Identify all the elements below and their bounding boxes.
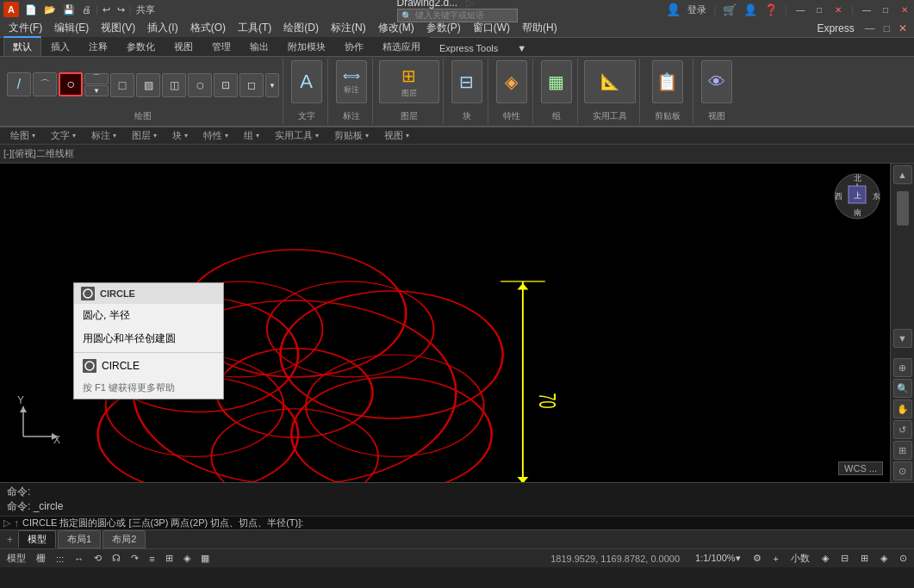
menu-insert[interactable]: 插入(I): [142, 19, 183, 37]
close-ribbon-btn[interactable]: ✕: [895, 22, 911, 35]
units-btn[interactable]: 小数: [787, 551, 813, 566]
tab-parametric[interactable]: 参数化: [117, 37, 165, 56]
showmotion-btn[interactable]: ⊞: [893, 441, 912, 460]
layer-btn[interactable]: ⊞ 图层: [379, 60, 439, 103]
status-icon2[interactable]: ⊞: [857, 552, 872, 565]
sub-label-dim[interactable]: 标注 ▾: [84, 127, 123, 144]
tab-express[interactable]: Express Tools: [430, 40, 507, 56]
tab-output[interactable]: 输出: [240, 37, 278, 56]
open-icon[interactable]: 📂: [41, 3, 59, 16]
scroll-up-btn[interactable]: ▲: [893, 165, 912, 184]
transparency-btn[interactable]: ⊞: [162, 552, 177, 565]
lineweight-btn[interactable]: ≡: [146, 553, 158, 565]
polyline-btn[interactable]: ⌒: [33, 72, 57, 96]
settings-btn[interactable]: ⚙: [749, 552, 765, 565]
popup-center-radius-desc[interactable]: 用圆心和半径创建圆: [74, 327, 223, 350]
orbit-btn[interactable]: ↺: [893, 420, 912, 439]
sub-label-group[interactable]: 组 ▾: [237, 127, 266, 144]
menu-view[interactable]: 视图(V): [96, 19, 140, 37]
zoom-level-btn[interactable]: 1:1/100%▾: [692, 552, 743, 565]
close-app-btn[interactable]: ✕: [898, 3, 911, 15]
circle-btn[interactable]: ○: [59, 72, 83, 96]
workspace-btn[interactable]: ⊟: [837, 552, 852, 565]
more-draw-btn[interactable]: ▼: [84, 85, 109, 96]
dim-btn[interactable]: ⟺ 标注: [336, 60, 367, 103]
utilities-btn[interactable]: 📐: [584, 60, 636, 103]
scrollbar-thumb[interactable]: [897, 191, 909, 226]
user-icon[interactable]: 👤: [666, 3, 681, 16]
rect-btn[interactable]: □: [110, 73, 134, 97]
gradient-btn[interactable]: ◫: [162, 73, 186, 97]
close-btn[interactable]: ✕: [832, 3, 844, 15]
model-status-btn[interactable]: 模型: [3, 551, 29, 566]
ortho-btn[interactable]: ↔: [71, 553, 87, 565]
share-label[interactable]: 共享: [134, 3, 158, 17]
status-icon4[interactable]: ⊙: [896, 552, 911, 565]
max-ribbon-btn[interactable]: □: [880, 22, 893, 35]
add-btn[interactable]: +: [770, 553, 782, 565]
sub-label-props[interactable]: 特性 ▾: [196, 127, 235, 144]
print-icon[interactable]: 🖨: [79, 3, 94, 15]
tab-more[interactable]: ▼: [507, 40, 536, 56]
steeringwheel-btn[interactable]: ⊙: [893, 461, 912, 480]
sub-label-text[interactable]: 文字 ▾: [44, 127, 83, 144]
canvas-area[interactable]: 70 Y X: [0, 164, 890, 482]
sub-label-view[interactable]: 视图 ▾: [377, 127, 416, 144]
new-layout-btn[interactable]: +: [3, 532, 16, 548]
tab-model[interactable]: 模型: [18, 530, 56, 548]
sub-label-block[interactable]: 块 ▾: [165, 127, 195, 144]
zoom-window-btn[interactable]: 🔍: [893, 379, 912, 398]
menu-edit[interactable]: 编辑(E): [49, 19, 94, 37]
help-icon[interactable]: ❓: [764, 3, 778, 16]
boundary-btn[interactable]: ⬡: [188, 73, 212, 97]
minimize-btn[interactable]: —: [794, 3, 806, 15]
menu-format[interactable]: 格式(O): [185, 19, 231, 37]
menu-express[interactable]: Express: [811, 21, 859, 36]
snap-btn[interactable]: :::: [53, 553, 67, 565]
arc-btn[interactable]: ⌒: [84, 73, 109, 84]
status-icon1[interactable]: ◈: [818, 552, 832, 565]
otrack-btn[interactable]: ↷: [127, 552, 142, 565]
tab-view[interactable]: 视图: [165, 37, 202, 56]
clipboard-btn[interactable]: 📋: [652, 60, 683, 103]
line-btn[interactable]: /: [7, 72, 31, 96]
app-logo[interactable]: A: [3, 2, 19, 17]
more-btn[interactable]: ▼: [265, 73, 279, 97]
new-icon[interactable]: 📄: [22, 3, 40, 16]
view-cube[interactable]: 北 南 东 西 上: [831, 170, 883, 222]
3d-object-snap-btn[interactable]: ▦: [197, 552, 213, 565]
zoom-extents-btn[interactable]: ⊕: [893, 358, 912, 377]
scrollbar-track[interactable]: [896, 187, 910, 326]
text-btn[interactable]: A: [291, 60, 322, 103]
scroll-down-btn[interactable]: ▼: [893, 329, 912, 348]
tab-layout1[interactable]: 布局1: [58, 530, 101, 548]
menu-tools[interactable]: 工具(T): [233, 19, 277, 37]
popup-circle-name[interactable]: CIRCLE: [74, 355, 223, 377]
grid-btn[interactable]: 栅: [33, 551, 49, 566]
menu-draw[interactable]: 绘图(D): [278, 19, 324, 37]
popup-center-radius[interactable]: 圆心, 半径: [74, 304, 223, 327]
tab-insert[interactable]: 插入: [41, 37, 79, 56]
max-app-btn[interactable]: □: [880, 3, 892, 15]
tab-annotate[interactable]: 注释: [79, 37, 117, 56]
sub-label-draw[interactable]: 绘图 ▾: [3, 127, 42, 144]
sub-label-clip[interactable]: 剪贴板 ▾: [327, 127, 376, 144]
sub-label-layer[interactable]: 图层 ▾: [125, 127, 164, 144]
cart-icon[interactable]: 🛒: [723, 3, 737, 16]
wcs-label[interactable]: WCS ...: [838, 461, 883, 475]
login-label[interactable]: 登录: [687, 3, 706, 16]
polar-btn[interactable]: ⟲: [90, 552, 105, 565]
user2-icon[interactable]: 👤: [743, 3, 757, 16]
menu-help[interactable]: 帮助(H): [517, 19, 563, 37]
save-icon[interactable]: 💾: [60, 3, 78, 16]
hatch-btn[interactable]: ▨: [136, 73, 160, 97]
view-btn[interactable]: 👁: [701, 60, 732, 103]
min-app-btn[interactable]: —: [861, 3, 873, 15]
command-prompt[interactable]: CIRCLE 指定圆的圆心或 [三点(3P) 两点(2P) 切点、切点、半径(T…: [22, 517, 911, 529]
undo-icon[interactable]: ↩: [100, 3, 113, 16]
tab-collaborate[interactable]: 协作: [335, 37, 373, 56]
region-btn[interactable]: ⊡: [214, 73, 238, 97]
sub-label-util[interactable]: 实用工具 ▾: [268, 127, 326, 144]
sel-cycling-btn[interactable]: ◈: [180, 552, 194, 565]
pan-btn[interactable]: ✋: [893, 399, 912, 418]
